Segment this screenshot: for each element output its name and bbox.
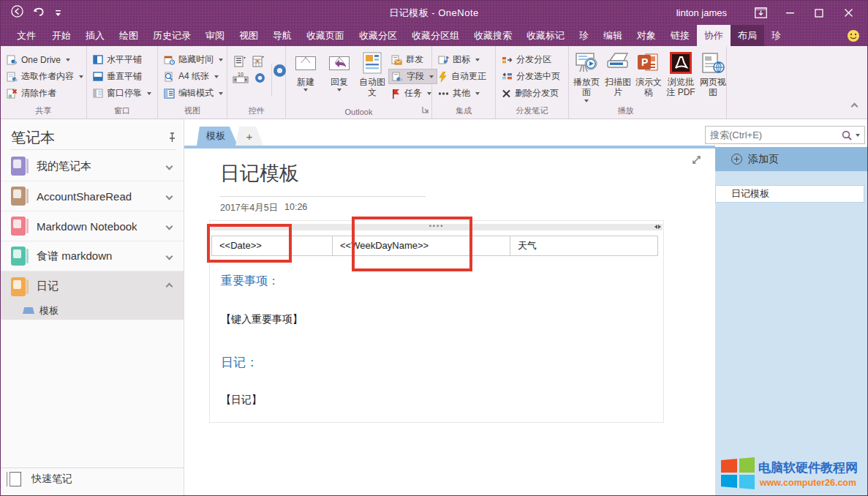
close-button[interactable] (834, 1, 863, 25)
pin-icon[interactable] (168, 129, 176, 146)
page-title[interactable]: 日记模板 (220, 160, 299, 187)
grid-control-icon[interactable] (252, 56, 264, 70)
tab-draw[interactable]: 绘图 (112, 25, 146, 46)
title-bar: 日记模板 - OneNote linton james (1, 1, 867, 25)
tab-view[interactable]: 视图 (232, 25, 265, 46)
notebook-item-recipe-markdown[interactable]: 食谱 markdown (1, 241, 184, 271)
chevron-down-icon[interactable] (166, 192, 173, 200)
autotext-button[interactable]: 自动图文 (356, 50, 388, 98)
tile-vertical-button[interactable]: 垂直平铺 (93, 69, 151, 84)
envelope-icon (295, 50, 316, 75)
dock-window-button[interactable]: 窗口停靠 (93, 86, 151, 101)
dropdown-caret-icon (427, 92, 431, 95)
new-mail-button[interactable]: 新建 (289, 50, 322, 91)
radio-control-icon[interactable] (254, 72, 265, 86)
section-item-template[interactable]: 模板 (1, 301, 184, 320)
distribute-section-button[interactable]: 分发分区 (502, 52, 560, 67)
pages-list-background (715, 171, 868, 495)
tab-fav-section-groups[interactable]: 收藏分区组 (404, 25, 467, 46)
tab-object[interactable]: 对象 (630, 25, 663, 46)
new-section-tab[interactable]: + (235, 127, 263, 146)
important-items-heading: 重要事项： (221, 274, 279, 289)
account-user-name[interactable]: linton james (676, 7, 727, 18)
pdf-annotate-button[interactable]: 浏览批注 PDF (664, 50, 698, 98)
icons-button[interactable]: 图标 (438, 52, 486, 67)
form-control-icon[interactable] (234, 56, 246, 70)
quick-notes-button[interactable]: 快速笔记 (1, 467, 184, 489)
chevron-down-icon[interactable] (166, 252, 173, 260)
task-button[interactable]: 任务 (391, 86, 437, 101)
ribbon-display-options-button[interactable] (746, 1, 775, 25)
page-canvas: 模板 + 日记模板 2017年4月5日 10:26 •••• <<Date>> … (184, 119, 715, 495)
annotation-rect-date (207, 224, 292, 263)
page-list-item-diary-template[interactable]: 日记模板 (715, 185, 864, 203)
notebook-item-accountshareread[interactable]: AccountShareRead (1, 181, 184, 211)
notebook-icon (11, 187, 26, 206)
tab-zhen-1[interactable]: 珍 (572, 25, 596, 46)
search-icon[interactable] (842, 130, 852, 140)
add-page-button[interactable]: 添加页 (715, 147, 868, 171)
presentation-button[interactable]: P 演示文稿 (633, 50, 664, 98)
notebook-item-markdown-notebook[interactable]: Markdown Notebook (1, 211, 184, 241)
ribbon-group-play: 播放页面 扫描图片 P 演示文稿 (569, 46, 727, 119)
web-view-button[interactable]: 网页视图 (698, 50, 728, 98)
pick-author-content-button[interactable]: 选取作者内容 (7, 69, 83, 84)
resize-arrows-icon[interactable] (654, 225, 661, 229)
clear-author-button[interactable]: 清除作者 (7, 86, 83, 101)
minimize-button[interactable] (775, 1, 804, 25)
diary-placeholder: 【日记】 (221, 394, 262, 407)
search-input[interactable] (706, 129, 842, 140)
hide-time-button[interactable]: 隐藏时间 (164, 52, 223, 67)
tab-edit[interactable]: 编辑 (596, 25, 630, 46)
play-page-button[interactable]: 播放页面 (570, 50, 603, 102)
tab-fav-sections[interactable]: 收藏分区 (352, 25, 404, 46)
tab-collaborate-active[interactable]: 协作 (697, 25, 731, 46)
maximize-button[interactable] (804, 1, 834, 25)
tab-layout[interactable]: 布局 (731, 25, 764, 46)
tab-review[interactable]: 审阅 (198, 25, 232, 46)
chevron-up-icon[interactable] (166, 283, 173, 290)
fullscreen-expand-icon[interactable] (691, 154, 702, 168)
delete-distributed-page-button[interactable]: 删除分发页 (502, 86, 560, 101)
dropdown-caret-icon (475, 92, 480, 95)
chevron-down-icon[interactable] (166, 222, 173, 230)
tab-insert[interactable]: 插入 (78, 25, 112, 46)
tab-link[interactable]: 链接 (663, 25, 697, 46)
big-radio-control-icon[interactable] (273, 64, 287, 80)
more-button[interactable]: 其他 (438, 86, 486, 101)
chevron-down-icon[interactable] (166, 162, 173, 170)
tab-file[interactable]: 文件 (8, 25, 45, 46)
scan-image-button[interactable]: 扫描图片 (603, 50, 633, 98)
group-label-share: 共享 (1, 105, 86, 116)
a4-paper-button[interactable]: A4 纸张 (164, 69, 223, 84)
notebook-item-diary[interactable]: 日记 (1, 271, 184, 301)
tab-zhen-2[interactable]: 珍 (764, 25, 788, 46)
tile-horizontal-button[interactable]: 水平平铺 (93, 52, 151, 67)
tab-nav[interactable]: 导航 (265, 25, 299, 46)
group-send-button[interactable]: 群发 (391, 52, 437, 67)
search-scope-caret-icon[interactable] (856, 134, 860, 137)
spinner-10-control-icon[interactable]: 10 (233, 71, 249, 84)
document-blocks-icon (363, 50, 382, 75)
tab-fav-pages[interactable]: 收藏页面 (299, 25, 352, 46)
tab-home[interactable]: 开始 (45, 25, 78, 46)
sidebar-title: 笔记本 (11, 128, 55, 148)
autocorrect-button[interactable]: 自动更正 (438, 69, 486, 84)
tab-history[interactable]: 历史记录 (146, 25, 198, 46)
section-color-bar (184, 146, 715, 149)
tab-fav-search[interactable]: 收藏搜索 (467, 25, 519, 46)
tab-fav-tags[interactable]: 收藏标记 (519, 25, 572, 46)
reply-mail-button[interactable]: 回复 (322, 50, 356, 91)
smiley-icon[interactable] (847, 25, 867, 46)
dropdown-caret-icon (337, 89, 341, 91)
notebook-item-my-notebook[interactable]: 我的笔记本 (1, 151, 184, 181)
section-tab-template[interactable]: 模板 (197, 127, 238, 146)
watermark-url: www.computer26.com (760, 478, 856, 488)
table-cell-weather[interactable]: 天气 (510, 236, 658, 256)
distribute-selected-pages-button[interactable]: 分发选中页 (502, 69, 560, 84)
collapse-ribbon-chevron-icon[interactable] (852, 101, 857, 111)
dropdown-caret-icon (303, 89, 308, 91)
onedrive-button[interactable]: One Drive (7, 52, 83, 67)
field-button[interactable]: 字段 (388, 69, 437, 84)
edit-mode-button[interactable]: 编辑模式 (164, 86, 223, 101)
